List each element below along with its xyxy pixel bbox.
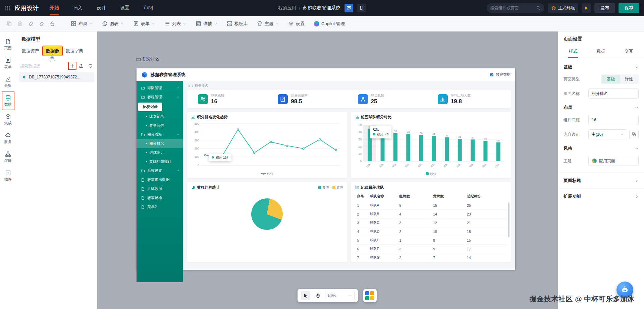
- tab-style[interactable]: 样式: [568, 46, 578, 58]
- run-preview-button[interactable]: [582, 3, 591, 13]
- nav-match-record-pill[interactable]: 比赛记录: [138, 103, 162, 111]
- nav-points-ranking[interactable]: 积分排名: [137, 139, 183, 148]
- publish-button[interactable]: 发布: [594, 3, 615, 13]
- tab-data-assets[interactable]: 数据资产: [19, 46, 42, 56]
- copy-button[interactable]: [5, 19, 14, 28]
- toolbar-group-templates[interactable]: 模板库: [223, 19, 252, 29]
- page-artboard[interactable]: 苏超联赛管理系统 数睿数据 球队管理赛程管理比赛记录比赛记录赛事公告积分看板积分…: [137, 68, 515, 270]
- table-row[interactable]: 7球队G2714: [355, 253, 507, 262]
- rail-item-analysis[interactable]: 分析: [1, 74, 15, 90]
- legend-item[interactable]: 红牌: [332, 186, 343, 190]
- zoom-select[interactable]: 59%: [325, 291, 355, 300]
- theme-icon: [257, 21, 263, 26]
- tab-data-source[interactable]: 数据源☝: [43, 46, 62, 56]
- table-row[interactable]: 4球队D21018: [355, 227, 507, 236]
- menu-item-insert[interactable]: 插入: [72, 4, 83, 12]
- tab-data[interactable]: 数据: [596, 46, 606, 58]
- menu-item-setup[interactable]: 设置: [119, 4, 130, 12]
- apps-grid-icon[interactable]: [5, 5, 11, 11]
- mobile-preview-button[interactable]: [357, 4, 366, 12]
- eraser-button[interactable]: [37, 19, 46, 28]
- widgets-button[interactable]: [363, 289, 377, 302]
- menu-item-design[interactable]: 设计: [96, 4, 107, 12]
- tab-data-dictionary[interactable]: 数据字典: [63, 46, 86, 56]
- pan-tool-button[interactable]: [313, 291, 322, 300]
- datasource-item[interactable]: DB_177337107519049372...: [19, 72, 94, 82]
- env-badge[interactable]: 正式环境: [548, 3, 578, 13]
- select-tool-button[interactable]: [301, 291, 310, 300]
- refresh-datasource-button[interactable]: [88, 63, 93, 68]
- table-row[interactable]: 5球队E1815: [355, 236, 507, 245]
- nav-card-stats[interactable]: 黄牌红牌统计: [137, 157, 183, 166]
- toolbar-group-detail[interactable]: 详情: [192, 19, 221, 29]
- toolbar-group-lists[interactable]: 列表: [160, 19, 190, 29]
- toolbar-group-charts[interactable]: 图表: [98, 19, 128, 29]
- table-row[interactable]: 2球队B41423: [355, 210, 507, 219]
- menu-item-start[interactable]: 开始: [49, 4, 60, 12]
- menu-item-review[interactable]: 审阅: [143, 4, 154, 12]
- nav-points-board[interactable]: 积分看板: [137, 130, 183, 139]
- nav-match-record[interactable]: 比赛记录: [137, 112, 183, 121]
- pie-chart-card[interactable]: 黄牌红牌统计 黄牌红牌: [187, 182, 347, 262]
- bar-chart-card[interactable]: 前五球队积分对比 0102030405045红队42蓝队39绿队38黄队36紫队…: [351, 112, 511, 178]
- nav-team-mgmt[interactable]: 球队管理: [137, 83, 183, 92]
- nav-menu2[interactable]: 菜单2: [137, 202, 183, 211]
- breadcrumb-parent[interactable]: 我的应用: [278, 5, 296, 11]
- chat-button[interactable]: [344, 4, 353, 12]
- section-basic[interactable]: 基础: [558, 58, 644, 70]
- rail-item-logic[interactable]: 逻辑: [1, 149, 15, 166]
- section-style[interactable]: 风格: [558, 139, 644, 151]
- legend-item[interactable]: 积分: [261, 172, 273, 176]
- rail-item-pages[interactable]: 页面: [1, 36, 15, 53]
- legend-item[interactable]: 黄牌: [318, 186, 329, 190]
- page-name-input[interactable]: [588, 88, 639, 99]
- section-layout[interactable]: 布局: [558, 99, 644, 111]
- content-padding-select[interactable]: 中(16): [588, 129, 627, 139]
- nav-schedule-mgmt[interactable]: 赛程管理: [137, 92, 183, 102]
- table-row[interactable]: 6球队F3917: [355, 245, 507, 253]
- section-extensions[interactable]: 扩展功能: [558, 188, 644, 199]
- section-page-title[interactable]: 页面标题: [558, 173, 644, 184]
- toolbar-group-layout[interactable]: 布局: [67, 19, 97, 29]
- table-row[interactable]: 1球队A51525: [355, 201, 507, 210]
- toolbar-group-theme[interactable]: 主题: [253, 19, 283, 29]
- clear-button[interactable]: [48, 19, 57, 28]
- save-button[interactable]: 保存: [619, 3, 639, 13]
- folder-icon: [141, 169, 145, 173]
- legend-item[interactable]: 积分: [426, 172, 436, 176]
- add-datasource-button[interactable]: [70, 63, 75, 68]
- page-label[interactable]: 积分排名: [136, 56, 159, 62]
- padding-advanced-button[interactable]: [629, 130, 639, 139]
- nav-goal-stats[interactable]: 进球统计: [137, 148, 183, 157]
- rail-item-plugins[interactable]: 插件: [1, 168, 15, 184]
- nav-venues[interactable]: 赛事场地: [137, 193, 183, 202]
- table-scrollbar[interactable]: [508, 202, 509, 237]
- theme-button[interactable]: 应用页面: [588, 156, 639, 166]
- nav-announcements[interactable]: 赛事公告: [137, 121, 183, 130]
- table-row[interactable]: 8球队H1412: [355, 262, 507, 262]
- design-canvas[interactable]: 积分排名 苏超联赛管理系统 数睿数据 球队管理赛程管理比赛记录比赛记录赛事公告积…: [97, 32, 558, 309]
- rail-item-data[interactable]: 数据: [1, 92, 15, 109]
- rail-item-services[interactable]: 服务: [1, 130, 15, 147]
- format-brush-button[interactable]: [26, 19, 36, 28]
- nav-live-data[interactable]: 赛事直播数据: [137, 175, 183, 184]
- search-input[interactable]: [490, 6, 534, 10]
- global-search[interactable]: [487, 3, 544, 13]
- table-card[interactable]: 纪律最差球队 序号球队名称红牌数黄牌数总纪律分1球队A515252球队B4142…: [351, 182, 511, 262]
- paste-button[interactable]: [15, 19, 25, 28]
- page-type-basic[interactable]: 基础: [602, 75, 620, 83]
- nav-football-data[interactable]: 足球数据: [137, 184, 183, 193]
- rail-item-integration[interactable]: 集成: [1, 111, 15, 128]
- rail-item-forms[interactable]: 表单: [1, 55, 15, 72]
- page-type-flex[interactable]: 弹性: [620, 75, 638, 83]
- datasource-search-input[interactable]: [20, 64, 55, 68]
- toolbar-group-forms[interactable]: 表单: [129, 19, 159, 29]
- toolbar-group-copilot[interactable]: Copilot 管理: [310, 19, 349, 29]
- line-chart-card[interactable]: 积分排名变化趋势 0100200300400500积分 124 积分: [187, 112, 347, 178]
- toolbar-group-settings[interactable]: 设置: [284, 19, 309, 29]
- component-spacing-input[interactable]: [588, 115, 639, 125]
- import-datasource-button[interactable]: [79, 63, 84, 68]
- tab-interaction[interactable]: 交互: [624, 46, 634, 58]
- table-row[interactable]: 3球队C31221: [355, 219, 507, 227]
- nav-system-settings[interactable]: 系统设置: [137, 166, 183, 175]
